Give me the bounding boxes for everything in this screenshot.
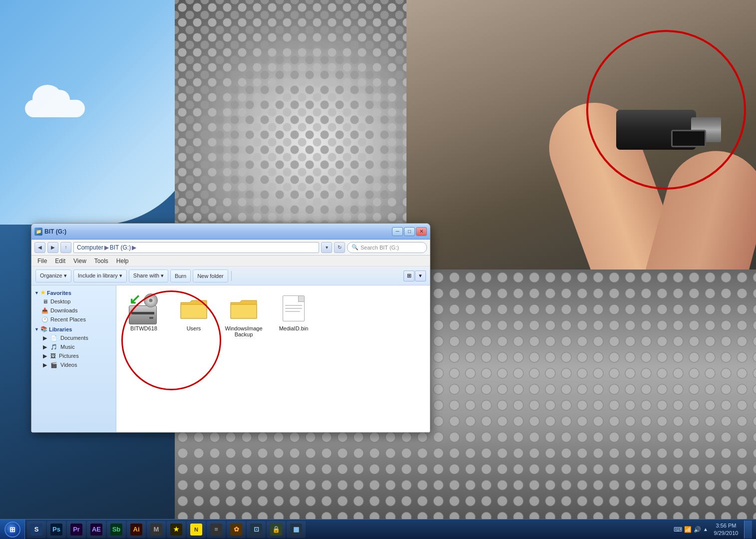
sidebar-item-videos[interactable]: ▶ 🎬 Videos — [31, 360, 116, 369]
file-item-users[interactable]: Users — [171, 290, 216, 339]
menu-help[interactable]: Help — [113, 257, 132, 265]
recent-places-label: Recent Places — [50, 316, 86, 322]
tray-keyboard-icon: ⌨ — [674, 526, 682, 533]
taskbar-apps: S Ps Pr AE Sb Ai M ★ N ≡ ✿ — [25, 520, 308, 539]
back-button[interactable]: ◀ — [34, 242, 45, 253]
menu-file[interactable]: File — [34, 257, 50, 265]
drive-base — [129, 305, 157, 324]
misc3-icon: ≡ — [210, 524, 222, 536]
sidebar-item-desktop[interactable]: 🖥 Desktop — [31, 297, 116, 306]
file-item-bitwd618[interactable]: ↙ BITWD618 — [121, 290, 166, 333]
tray-arrow-icon[interactable]: ▲ — [703, 527, 708, 532]
sidebar-item-pictures[interactable]: ▶ 🖼 Pictures — [31, 351, 116, 360]
pictures-icon: ▶ — [41, 352, 48, 359]
drive-icon-wrapper: ↙ — [128, 292, 160, 324]
refresh-button[interactable]: ↻ — [334, 242, 345, 253]
libraries-header[interactable]: ▼ 📚 Libraries — [31, 325, 116, 333]
new-folder-button[interactable]: New folder — [193, 270, 228, 282]
show-desktop-button[interactable] — [744, 521, 752, 539]
forward-button[interactable]: ▶ — [47, 242, 58, 253]
favorites-header[interactable]: ▼ ★ Favorites — [31, 288, 116, 297]
close-button[interactable]: ✕ — [416, 227, 427, 236]
clock[interactable]: 3:56 PM 9/29/2010 — [711, 522, 741, 537]
downloads-icon: 📥 — [41, 307, 48, 314]
folder-icon-users — [178, 292, 210, 324]
taskbar-app-misc3[interactable]: ≡ — [207, 521, 226, 538]
address-dropdown-button[interactable]: ▾ — [321, 242, 332, 253]
taskbar-app-steam[interactable]: S — [27, 521, 46, 538]
include-in-library-button[interactable]: Include in library ▾ — [73, 270, 127, 282]
drive-button — [149, 317, 153, 319]
taskbar-app-misc6[interactable]: 🔒 — [267, 521, 286, 538]
start-button[interactable]: ⊞ — [0, 520, 25, 539]
folder-icon-windows-image-backup — [228, 292, 260, 324]
taskbar-app-photoshop[interactable]: Ps — [47, 521, 66, 538]
organize-button[interactable]: Organize ▾ — [35, 270, 71, 282]
menu-edit[interactable]: Edit — [52, 257, 68, 265]
downloads-label: Downloads — [50, 307, 77, 313]
favorites-label: Favorites — [47, 290, 71, 296]
taskbar-app-misc7[interactable]: ▦ — [287, 521, 306, 538]
taskbar-app-illustrator[interactable]: Ai — [127, 521, 146, 538]
title-bar: 📁 BIT (G:) ─ □ ✕ — [31, 224, 430, 240]
minimize-button[interactable]: ─ — [392, 227, 403, 236]
music-folder-icon: 🎵 — [50, 344, 57, 350]
explorer-window: 📁 BIT (G:) ─ □ ✕ ◀ ▶ ↑ Computer ▶ BIT (G… — [31, 223, 430, 433]
videos-label: Videos — [60, 362, 77, 368]
burn-button[interactable]: Burn — [170, 270, 191, 282]
favorites-section: ▼ ★ Favorites 🖥 Desktop 📥 Downloads 🕐 Re… — [31, 288, 116, 324]
desktop-icon: 🖥 — [41, 298, 48, 305]
sidebar-item-recent-places[interactable]: 🕐 Recent Places — [31, 315, 116, 324]
file-item-mediaid-bin[interactable]: MediaID.bin — [271, 290, 316, 339]
premiere-icon: Pr — [70, 524, 82, 536]
view-dropdown-button[interactable]: ▾ — [415, 270, 426, 281]
taskbar-app-norton[interactable]: N — [187, 521, 206, 538]
search-box[interactable]: 🔍 Search BIT (G:) — [347, 242, 427, 253]
illustrator-icon: Ai — [130, 524, 142, 536]
file-line-2 — [285, 308, 302, 309]
file-corner — [298, 296, 304, 302]
share-with-button[interactable]: Share with ▾ — [129, 270, 168, 282]
sidebar-item-downloads[interactable]: 📥 Downloads — [31, 306, 116, 315]
window-title: BIT (G:) — [44, 228, 66, 235]
menu-bar: File Edit View Tools Help — [31, 256, 430, 267]
taskbar-app-ae[interactable]: AE — [87, 521, 106, 538]
library-folder-icon: 📚 — [40, 326, 47, 332]
sidebar-item-documents[interactable]: ▶ 📄 Documents — [31, 333, 116, 342]
music-label: Music — [60, 344, 75, 350]
videos-icon: ▶ — [41, 361, 48, 368]
after-effects-icon: AE — [90, 524, 102, 536]
misc1-icon: M — [150, 524, 162, 536]
address-bar: ◀ ▶ ↑ Computer ▶ BIT (G:) ▶ ▾ ↻ 🔍 Search… — [31, 240, 430, 256]
menu-tools[interactable]: Tools — [91, 257, 111, 265]
maximize-button[interactable]: □ — [404, 227, 415, 236]
sky-background — [0, 0, 200, 225]
file-label-mediaid-bin: MediaID.bin — [279, 325, 309, 331]
videos-folder-icon: 🎬 — [50, 362, 57, 368]
breadcrumb-arrow-2: ▶ — [132, 244, 136, 251]
taskbar-app-soundbooth[interactable]: Sb — [107, 521, 126, 538]
taskbar-app-misc1[interactable]: M — [147, 521, 166, 538]
drive-icon-bitwd618: ↙ — [128, 292, 160, 324]
taskbar-app-misc5[interactable]: ⊡ — [247, 521, 266, 538]
breadcrumb-part-drive[interactable]: BIT (G:) — [110, 244, 131, 251]
taskbar-app-misc4[interactable]: ✿ — [227, 521, 246, 538]
menu-view[interactable]: View — [70, 257, 89, 265]
steam-icon: S — [30, 524, 42, 536]
up-button[interactable]: ↑ — [60, 242, 71, 253]
breadcrumb-part-computer[interactable]: Computer — [77, 244, 103, 251]
generic-file-shape — [283, 295, 305, 321]
view-mode-button[interactable]: ⊞ — [403, 270, 414, 281]
window-icon: 📁 — [34, 228, 42, 236]
drive-slot — [131, 312, 154, 314]
file-label-bitwd618: BITWD618 — [130, 325, 157, 331]
address-breadcrumb[interactable]: Computer ▶ BIT (G:) ▶ — [73, 242, 319, 253]
file-item-windows-image-backup[interactable]: WindowsImageBackup — [221, 290, 266, 339]
libraries-label: Libraries — [49, 326, 72, 332]
libraries-arrow-icon: ▼ — [34, 327, 39, 332]
taskbar-app-misc2[interactable]: ★ — [167, 521, 186, 538]
file-line-3 — [285, 311, 300, 312]
taskbar-app-premiere[interactable]: Pr — [67, 521, 86, 538]
folder-svg-users — [180, 296, 208, 320]
sidebar-item-music[interactable]: ▶ 🎵 Music — [31, 342, 116, 351]
